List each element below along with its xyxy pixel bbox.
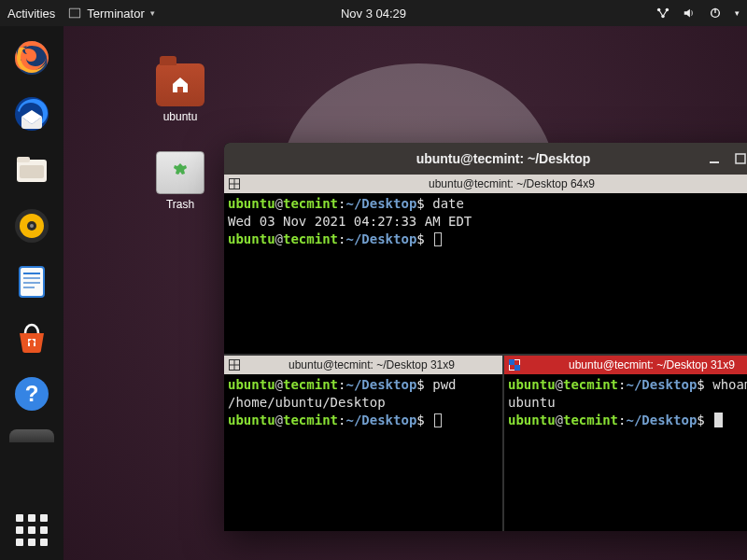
prompt-host: tecmint xyxy=(283,377,338,392)
clock[interactable]: Nov 3 04:29 xyxy=(341,7,406,21)
system-tray[interactable]: ▾ xyxy=(656,7,740,20)
window-titlebar[interactable]: ubuntu@tecmint: ~/Desktop ✕ xyxy=(224,143,747,175)
prompt-path: ~/Desktop xyxy=(345,231,416,246)
network-icon[interactable] xyxy=(656,7,669,20)
prompt-dollar: $ xyxy=(416,196,424,211)
prompt-user: ubuntu xyxy=(228,413,275,427)
prompt-dollar: $ xyxy=(416,377,424,392)
cursor-active xyxy=(714,413,723,427)
cmd-pwd: pwd xyxy=(432,377,456,392)
dock-thunderbird[interactable] xyxy=(7,90,56,138)
terminator-window: ubuntu@tecmint: ~/Desktop ✕ ubuntu@tecmi… xyxy=(224,143,747,531)
pane-tab-top-label: ubuntu@tecmint: ~/Desktop 64x9 xyxy=(245,176,747,191)
prompt-user: ubuntu xyxy=(508,413,556,427)
svg-rect-18 xyxy=(23,277,40,279)
activities-button[interactable]: Activities xyxy=(7,7,55,21)
prompt-host: tecmint xyxy=(283,231,338,246)
pane-tab-top[interactable]: ubuntu@tecmint: ~/Desktop 64x9 xyxy=(224,175,747,193)
prompt-at: @ xyxy=(556,377,563,392)
show-applications-button[interactable] xyxy=(11,510,52,551)
prompt-path: ~/Desktop xyxy=(626,413,697,427)
dock-rhythmbox[interactable] xyxy=(7,202,56,250)
prompt-dollar: $ xyxy=(416,413,424,427)
svg-rect-20 xyxy=(23,287,35,288)
terminal-pane-bottom-right[interactable]: ubuntu@tecmint: ~/Desktop 31x9 ubuntu@te… xyxy=(502,356,747,531)
window-minimize-button[interactable] xyxy=(706,150,723,167)
prompt-dollar: $ xyxy=(697,377,704,392)
prompt-user: ubuntu xyxy=(508,377,556,392)
svg-rect-27 xyxy=(710,161,719,163)
top-panel: Activities Terminator ▾ Nov 3 04:29 ▾ xyxy=(0,0,747,26)
prompt-host: tecmint xyxy=(283,196,338,211)
app-menu-label: Terminator xyxy=(87,7,144,21)
cmd-whoami: whoami xyxy=(712,377,747,392)
cmd-date: date xyxy=(432,196,464,211)
desktop[interactable]: ubuntu Trash ubuntu@tecmint: ~/Desktop ✕ xyxy=(63,26,747,560)
terminal-pane-top[interactable]: ubuntu@tecmint: ~/Desktop 64x9 ubuntu@te… xyxy=(224,175,747,354)
app-menu[interactable]: Terminator ▾ xyxy=(68,7,154,21)
desktop-icon-trash-label: Trash xyxy=(148,198,213,211)
pane-tab-br[interactable]: ubuntu@tecmint: ~/Desktop 31x9 xyxy=(504,356,747,374)
split-grid-icon xyxy=(228,358,241,371)
dock: ? xyxy=(0,26,63,560)
prompt-at: @ xyxy=(275,231,283,246)
svg-rect-26 xyxy=(177,87,183,92)
output-pwd: /home/ubuntu/Desktop xyxy=(228,394,499,412)
system-menu-chevron-icon: ▾ xyxy=(735,8,740,18)
output-whoami: ubuntu xyxy=(508,394,747,412)
dock-writer[interactable] xyxy=(7,258,56,306)
volume-icon[interactable] xyxy=(683,7,696,20)
prompt-path: ~/Desktop xyxy=(345,377,416,392)
prompt-user: ubuntu xyxy=(228,377,275,392)
prompt-at: @ xyxy=(556,413,563,427)
pane-tab-bl-label: ubuntu@tecmint: ~/Desktop 31x9 xyxy=(245,357,499,372)
prompt-path: ~/Desktop xyxy=(345,413,416,427)
svg-rect-37 xyxy=(514,365,520,371)
svg-rect-1 xyxy=(70,9,80,18)
desktop-icon-home[interactable]: ubuntu xyxy=(148,63,213,123)
window-maximize-button[interactable] xyxy=(732,150,747,167)
prompt-user: ubuntu xyxy=(228,231,275,246)
dock-firefox[interactable] xyxy=(7,34,56,82)
dock-software[interactable] xyxy=(7,314,56,362)
pane-tab-br-label: ubuntu@tecmint: ~/Desktop 31x9 xyxy=(525,357,747,372)
prompt-path: ~/Desktop xyxy=(626,377,697,392)
pane-tab-bl[interactable]: ubuntu@tecmint: ~/Desktop 31x9 xyxy=(224,356,502,374)
window-title: ubuntu@tecmint: ~/Desktop xyxy=(416,151,591,166)
prompt-at: @ xyxy=(275,377,283,392)
svg-rect-28 xyxy=(736,154,745,163)
dock-files[interactable] xyxy=(7,146,56,194)
split-grid-icon xyxy=(508,358,521,371)
svg-point-15 xyxy=(30,224,34,228)
svg-rect-17 xyxy=(23,273,40,274)
desktop-icon-trash[interactable]: Trash xyxy=(148,151,213,211)
prompt-host: tecmint xyxy=(563,413,618,427)
prompt-dollar: $ xyxy=(416,231,424,246)
svg-rect-10 xyxy=(17,157,30,162)
prompt-host: tecmint xyxy=(563,377,618,392)
output-date: Wed 03 Nov 2021 04:27:33 AM EDT xyxy=(228,213,747,231)
terminal-pane-bottom-left[interactable]: ubuntu@tecmint: ~/Desktop 31x9 ubuntu@te… xyxy=(224,356,502,531)
dock-help[interactable]: ? xyxy=(7,370,56,418)
prompt-dollar: $ xyxy=(697,413,704,427)
cursor xyxy=(434,232,442,246)
prompt-host: tecmint xyxy=(283,413,338,427)
split-grid-icon xyxy=(228,177,241,190)
svg-rect-36 xyxy=(509,359,514,365)
prompt-path: ~/Desktop xyxy=(345,196,416,211)
power-icon[interactable] xyxy=(709,7,722,20)
svg-rect-11 xyxy=(20,165,44,178)
prompt-at: @ xyxy=(275,413,283,427)
dock-partial-app[interactable] xyxy=(9,429,54,442)
dropdown-triangle-icon: ▾ xyxy=(150,8,155,18)
desktop-icon-home-label: ubuntu xyxy=(148,110,213,123)
terminator-app-icon xyxy=(68,7,81,20)
prompt-at: @ xyxy=(275,196,283,211)
prompt-user: ubuntu xyxy=(228,196,275,211)
svg-rect-19 xyxy=(23,282,40,284)
cursor xyxy=(434,413,442,427)
svg-text:?: ? xyxy=(25,381,39,406)
